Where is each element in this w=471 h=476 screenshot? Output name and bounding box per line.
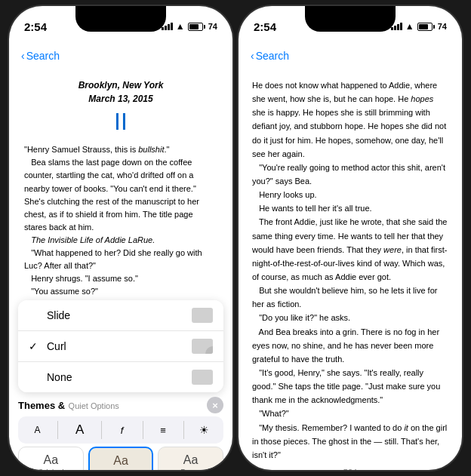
font-small-button[interactable]: A [28, 422, 46, 438]
transition-slide[interactable]: Slide [18, 300, 223, 331]
notch [75, 6, 166, 32]
book-location: Brooklyn, New York March 13, 2015 [24, 78, 217, 106]
themes-header: Themes & Quiet Options × [18, 397, 223, 413]
transition-menu: Slide ✓ Curl None [18, 300, 223, 392]
theme-quiet-aa: Aa [113, 454, 128, 468]
theme-original-aa: Aa [44, 453, 59, 467]
slide-icon [192, 308, 213, 323]
back-label-left: Search [26, 50, 60, 62]
divider-3 [143, 421, 143, 439]
theme-quiet-label: Quiet [112, 469, 130, 470]
theme-quiet-card[interactable]: Aa Quiet [88, 447, 154, 470]
back-chevron-right: ‹ [251, 50, 254, 62]
battery-right [417, 23, 435, 31]
theme-paper-aa: Aa [183, 453, 199, 467]
themes-section: Themes & Quiet Options × [18, 397, 223, 413]
font-toolbar: A A f ≡ ☀ [18, 416, 223, 444]
theme-original-label: Original [38, 468, 63, 470]
back-button-right[interactable]: ‹ Search [251, 50, 289, 62]
font-select-button[interactable]: f [113, 421, 131, 439]
right-phone: 2:54 ▲ 74 ‹ [239, 6, 462, 470]
status-time-right: 2:54 [254, 20, 276, 33]
back-chevron-left: ‹ [21, 50, 25, 62]
theme-paper-label: Paper [180, 468, 201, 470]
nav-bar-left: ‹ Search [9, 39, 232, 72]
nav-bar-right: ‹ Search [239, 39, 462, 72]
wifi-icon-left: ▲ [176, 21, 185, 32]
notch-right [305, 6, 396, 32]
font-large-button[interactable]: A [69, 419, 90, 441]
back-label-right: Search [256, 50, 289, 62]
curl-icon [192, 339, 213, 354]
brightness-button[interactable]: ☀ [195, 421, 213, 439]
book-header: Brooklyn, New York March 13, 2015 II [24, 78, 217, 136]
battery-left [188, 23, 205, 31]
layout-button[interactable]: ≡ [154, 421, 172, 439]
book-chapter: II [24, 107, 217, 136]
transition-none[interactable]: None [18, 362, 223, 392]
reading-text: He does not know what happened to Addie,… [252, 78, 448, 465]
wifi-icon-right: ▲ [405, 21, 414, 32]
theme-original-card[interactable]: Aa Original [18, 447, 84, 470]
left-phone: 2:54 ▲ 74 ‹ [9, 6, 232, 470]
divider-4 [183, 421, 184, 439]
reading-content: He does not know what happened to Addie,… [239, 72, 462, 465]
check-curl: ✓ [29, 340, 41, 352]
page-number: 524 [239, 468, 462, 470]
transition-curl[interactable]: ✓ Curl [18, 331, 223, 362]
battery-pct-right: 74 [438, 22, 447, 31]
divider-2 [101, 421, 102, 439]
theme-paper-card[interactable]: Aa Paper [158, 447, 223, 470]
status-icons-right: ▲ 74 [391, 21, 447, 32]
divider-1 [57, 421, 58, 439]
book-text: "Henry Samuel Strauss, this is bullshit.… [24, 143, 217, 299]
none-icon [192, 370, 213, 385]
back-button-left[interactable]: ‹ Search [21, 50, 60, 62]
status-time-left: 2:54 [24, 20, 47, 33]
battery-pct-left: 74 [208, 22, 217, 31]
status-icons-left: ▲ 74 [162, 21, 217, 32]
close-themes-button[interactable]: × [207, 397, 223, 413]
phones-container: 2:54 ▲ 74 ‹ [3, 0, 468, 476]
theme-cards: Aa Original Aa Quiet Aa Paper Aa Bold Aa… [18, 447, 223, 470]
themes-title: Themes & Quiet Options [18, 398, 119, 412]
book-content-left: Brooklyn, New York March 13, 2015 II "He… [9, 72, 232, 299]
